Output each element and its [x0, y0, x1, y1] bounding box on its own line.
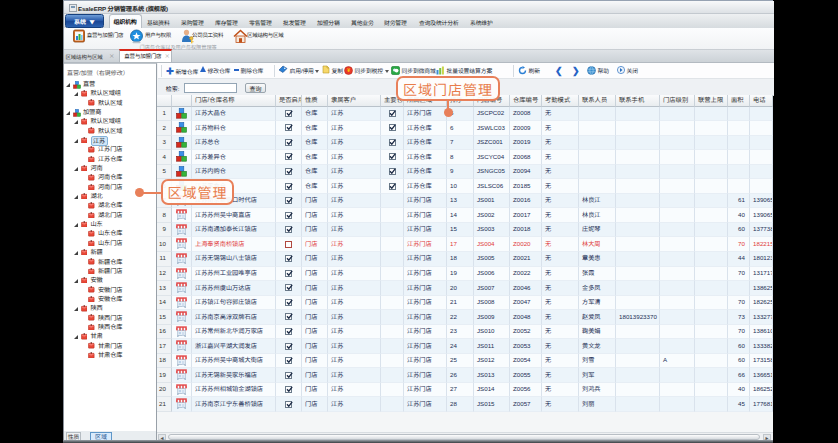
- svg-text:¥: ¥: [346, 66, 350, 73]
